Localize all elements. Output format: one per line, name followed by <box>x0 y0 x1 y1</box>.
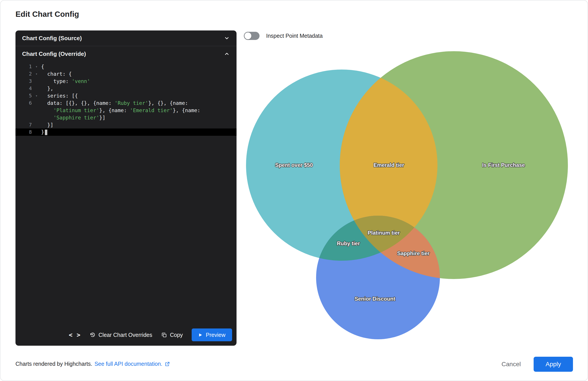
chart-config-editor-panel: Chart Config (Source) Chart Config (Over… <box>16 30 236 346</box>
code-text: series: [{ <box>41 93 78 99</box>
code-line-wrap[interactable]: 'Sapphire tier'}] <box>16 114 236 121</box>
venn-label-senior-discount: Senior Discount <box>355 296 395 302</box>
cancel-button[interactable]: Cancel <box>502 361 521 368</box>
venn-label-spent-over-$50: Spent over $50 <box>275 162 313 168</box>
line-number: 7 <box>16 122 32 128</box>
footer-actions: Cancel Apply <box>502 357 573 372</box>
highcharts-credit-text: Charts rendered by Highcharts. <box>16 361 92 367</box>
play-icon <box>198 333 203 337</box>
code-text: data: [{}, {}, {name: 'Ruby tier'}, {}, … <box>41 100 188 106</box>
clear-chart-overrides-button[interactable]: Clear Chart Overrides <box>89 332 152 338</box>
line-number: 2 <box>16 71 32 76</box>
code-text: { <box>41 64 44 70</box>
line-number: 3 <box>16 78 32 84</box>
code-text: chart: { <box>41 71 72 77</box>
code-editor[interactable]: 1▾{2▾ chart: {3 type: 'venn'4 },5▾ serie… <box>16 62 236 136</box>
venn-label-ruby-tier: Ruby tier <box>337 240 360 246</box>
code-line-7[interactable]: 7 }] <box>16 121 236 129</box>
api-documentation-link-label: See full API documentation. <box>94 361 162 367</box>
page-title: Edit Chart Config <box>16 10 79 19</box>
code-line-8[interactable]: 8} <box>16 129 236 136</box>
code-text: }, <box>41 86 53 91</box>
preview-button[interactable]: Preview <box>192 328 232 341</box>
code-line-3[interactable]: 3 type: 'venn' <box>16 77 236 85</box>
edit-chart-config-dialog: Edit Chart Config Chart Config (Source) … <box>0 0 588 381</box>
line-number: 4 <box>16 86 32 91</box>
chart-config-source-title: Chart Config (Source) <box>22 35 82 42</box>
code-text: 'Sapphire tier'}] <box>41 115 105 120</box>
venn-intersection-sapphire-tier[interactable] <box>316 216 440 339</box>
fold-arrow-icon[interactable]: ▾ <box>32 94 41 98</box>
inspect-point-metadata-row: Inspect Point Metadata <box>244 32 323 40</box>
line-number: 6 <box>16 100 32 106</box>
footer-credit: Charts rendered by Highcharts. See full … <box>16 361 170 367</box>
code-text: 'Platinum tier'}, {name: 'Emerald tier'}… <box>41 108 200 113</box>
code-view-icon[interactable]: < > <box>69 331 81 339</box>
copy-icon <box>161 332 167 338</box>
toggle-knob <box>245 32 251 39</box>
line-number: 8 <box>16 129 32 135</box>
editor-toolbar: < > Clear Chart Overrides Copy Preview <box>16 324 236 346</box>
venn-label-emerald-tier: Emerald tier <box>374 162 404 168</box>
venn-label-platinum-tier: Platinum tier <box>368 230 400 236</box>
venn-intersection-ruby-tier[interactable] <box>316 216 440 339</box>
inspect-point-metadata-label: Inspect Point Metadata <box>266 33 323 39</box>
venn-label-is-first-purchase: Is First Purchase <box>482 162 525 168</box>
venn-set-spent[interactable] <box>246 70 438 261</box>
chart-config-override-title: Chart Config (Override) <box>22 51 86 57</box>
inspect-point-metadata-toggle[interactable] <box>244 32 259 40</box>
venn-set-senior[interactable] <box>316 216 440 339</box>
venn-set-first[interactable] <box>340 51 568 279</box>
history-icon <box>89 332 96 338</box>
fold-arrow-icon[interactable]: ▾ <box>32 72 41 76</box>
external-link-icon <box>165 361 170 367</box>
code-line-4[interactable]: 4 }, <box>16 85 236 92</box>
venn-intersection-platinum-tier[interactable] <box>316 216 440 339</box>
code-text: }] <box>41 122 53 128</box>
venn-intersection-emerald-tier[interactable] <box>340 51 568 279</box>
api-documentation-link[interactable]: See full API documentation. <box>94 361 170 367</box>
fold-arrow-icon[interactable]: ▾ <box>32 65 41 69</box>
code-line-6[interactable]: 6 data: [{}, {}, {name: 'Ruby tier'}, {}… <box>16 99 236 107</box>
chevron-up-icon[interactable] <box>224 51 230 57</box>
code-text: type: 'venn' <box>41 78 90 84</box>
chart-config-override-header[interactable]: Chart Config (Override) <box>16 46 236 62</box>
copy-button[interactable]: Copy <box>161 332 183 338</box>
code-line-wrap[interactable]: 'Platinum tier'}, {name: 'Emerald tier'}… <box>16 107 236 114</box>
code-line-2[interactable]: 2▾ chart: { <box>16 70 236 77</box>
chart-config-source-header[interactable]: Chart Config (Source) <box>16 30 236 46</box>
venn-label-sapphire-tier: Sapphire tier <box>397 250 430 256</box>
code-text: } <box>41 129 47 135</box>
line-number: 5 <box>16 93 32 98</box>
code-line-5[interactable]: 5▾ series: [{ <box>16 92 236 99</box>
copy-label: Copy <box>170 332 183 338</box>
text-cursor <box>45 130 47 135</box>
preview-label: Preview <box>206 332 226 338</box>
chevron-down-icon[interactable] <box>224 35 230 41</box>
clear-chart-overrides-label: Clear Chart Overrides <box>99 332 152 338</box>
apply-button[interactable]: Apply <box>534 357 573 372</box>
line-number: 1 <box>16 64 32 69</box>
code-line-1[interactable]: 1▾{ <box>16 63 236 70</box>
